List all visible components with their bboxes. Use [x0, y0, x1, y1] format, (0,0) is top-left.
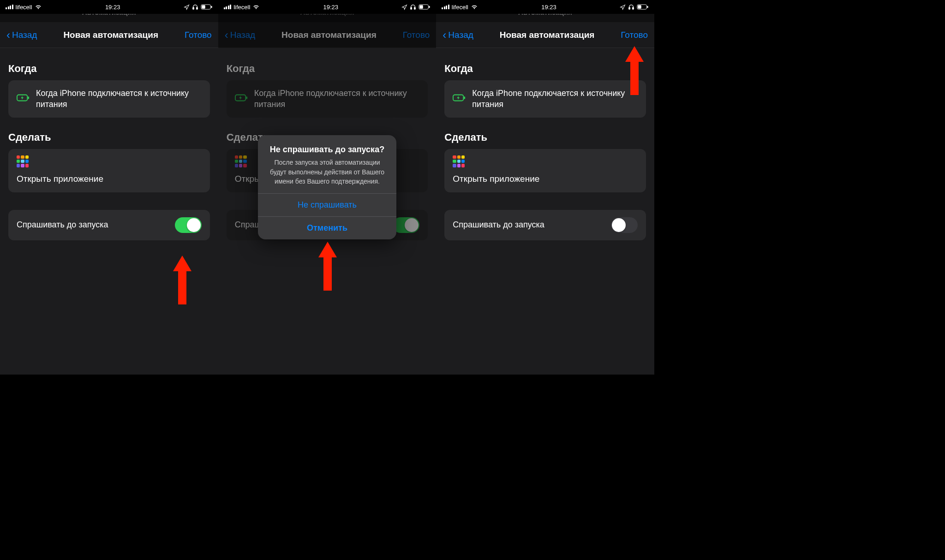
svg-rect-13 [246, 96, 247, 99]
alert-title: Не спрашивать до запуска? [266, 144, 388, 155]
annotation-arrow [316, 240, 339, 291]
nav-bar: ‹ Назад Новая автоматизация Готово [436, 22, 654, 48]
charging-battery-icon [17, 93, 30, 104]
phone-screen-1: lifecell 19:23 Автоматизация ‹ Назад Нов… [0, 0, 218, 375]
alert-confirm-button[interactable]: Не спрашивать [258, 193, 396, 216]
action-card[interactable]: Открыть приложение [8, 149, 210, 192]
svg-rect-0 [192, 7, 194, 9]
svg-rect-18 [647, 6, 648, 8]
done-button[interactable]: Готово [621, 30, 648, 40]
carrier-label: lifecell [16, 4, 32, 11]
nav-bar: ‹ Назад Новая автоматизация Готово [0, 22, 218, 48]
location-icon [184, 4, 190, 10]
phone-screen-3: lifecell 19:23 Автоматизация ‹ Назад Нов… [436, 0, 654, 375]
svg-rect-11 [429, 6, 430, 8]
back-button[interactable]: ‹ Назад [6, 30, 37, 41]
sheet-peek: Автоматизация [436, 14, 654, 22]
nav-title: Новая автоматизация [37, 30, 185, 40]
signal-icon [224, 5, 232, 9]
svg-rect-3 [202, 5, 205, 8]
alert-cancel-button[interactable]: Отменить [258, 216, 396, 239]
nav-bar: ‹ Назад Новая автоматизация Готово [218, 22, 437, 48]
headphones-icon [410, 4, 416, 10]
alert-dialog: Не спрашивать до запуска? После запуска … [258, 135, 396, 239]
ask-before-run-row: Спрашивать до запуска [8, 210, 210, 240]
content: Когда Когда iPhone подключается к источн… [0, 48, 218, 247]
when-condition-card[interactable]: Когда iPhone подключается к источнику пи… [227, 80, 428, 118]
wifi-icon [471, 4, 478, 10]
back-button[interactable]: ‹ Назад [443, 30, 473, 41]
action-text: Открыть приложение [453, 174, 638, 184]
clock: 19:23 [323, 4, 339, 11]
nav-title: Новая автоматизация [473, 30, 621, 40]
headphones-icon [628, 4, 634, 10]
status-bar: lifecell 19:23 [218, 0, 437, 14]
status-left: lifecell [224, 4, 260, 11]
clock: 19:23 [541, 4, 556, 11]
wifi-icon [252, 4, 260, 10]
status-bar: lifecell 19:23 [436, 0, 654, 14]
status-bar: lifecell 19:23 [0, 0, 218, 14]
ask-label: Спрашивать до запуска [453, 220, 544, 230]
chevron-left-icon: ‹ [225, 30, 228, 41]
done-button[interactable]: Готово [185, 30, 212, 40]
battery-icon [419, 4, 431, 10]
when-condition-card[interactable]: Когда iPhone подключается к источнику пи… [8, 80, 210, 118]
back-label: Назад [12, 30, 37, 40]
ask-toggle[interactable] [175, 217, 202, 233]
svg-rect-15 [633, 7, 634, 9]
status-left: lifecell [442, 4, 478, 11]
when-condition-card[interactable]: Когда iPhone подключается к источнику пи… [444, 80, 646, 118]
annotation-arrow [171, 254, 194, 304]
status-right [401, 4, 431, 10]
app-grid-icon [17, 155, 29, 167]
phone-screen-2: lifecell 19:23 Автоматизация ‹ Назад Нов… [218, 0, 437, 375]
wifi-icon [35, 4, 42, 10]
action-card[interactable]: Открыть приложение [444, 149, 646, 192]
alert-message: После запуска этой автоматизации будут в… [266, 158, 388, 186]
clock: 19:23 [105, 4, 120, 11]
svg-rect-10 [420, 5, 423, 8]
status-right [184, 4, 213, 10]
svg-rect-8 [414, 7, 416, 9]
battery-icon [201, 4, 213, 10]
chevron-left-icon: ‹ [443, 30, 446, 41]
app-grid-icon [453, 155, 465, 167]
ask-before-run-row: Спрашивать до запуска [444, 210, 646, 240]
action-text: Открыть приложение [17, 174, 202, 184]
headphones-icon [192, 4, 198, 10]
signal-icon [442, 5, 449, 9]
location-icon [620, 4, 626, 10]
back-button[interactable]: ‹ Назад [225, 30, 255, 41]
ask-label: Спрашивать до запуска [17, 220, 108, 230]
charging-battery-icon [235, 93, 248, 104]
status-left: lifecell [6, 4, 42, 11]
svg-rect-20 [464, 96, 466, 99]
charging-battery-icon [453, 93, 466, 104]
section-when-title: Когда [444, 63, 646, 75]
svg-rect-7 [411, 7, 412, 9]
chevron-left-icon: ‹ [6, 30, 10, 41]
ask-toggle[interactable] [393, 217, 419, 233]
done-button[interactable]: Готово [403, 30, 430, 40]
sheet-peek: Автоматизация [218, 14, 437, 22]
back-label: Назад [448, 30, 473, 40]
section-do-title: Сделать [8, 131, 210, 143]
signal-icon [6, 5, 13, 9]
section-when-title: Когда [8, 63, 210, 75]
nav-title: Новая автоматизация [255, 30, 403, 40]
svg-rect-4 [211, 6, 212, 8]
carrier-label: lifecell [233, 4, 250, 11]
battery-icon [637, 4, 649, 10]
section-do-title: Сделать [444, 131, 646, 143]
svg-rect-1 [196, 7, 197, 9]
app-grid-icon [235, 155, 247, 167]
carrier-label: lifecell [452, 4, 468, 11]
sheet-peek: Автоматизация [0, 14, 218, 22]
ask-toggle[interactable] [611, 217, 638, 233]
content: Когда Когда iPhone подключается к источн… [436, 48, 654, 247]
when-text: Когда iPhone подключается к источнику пи… [472, 88, 638, 110]
location-icon [401, 4, 407, 10]
status-right [620, 4, 649, 10]
svg-rect-17 [638, 5, 641, 8]
